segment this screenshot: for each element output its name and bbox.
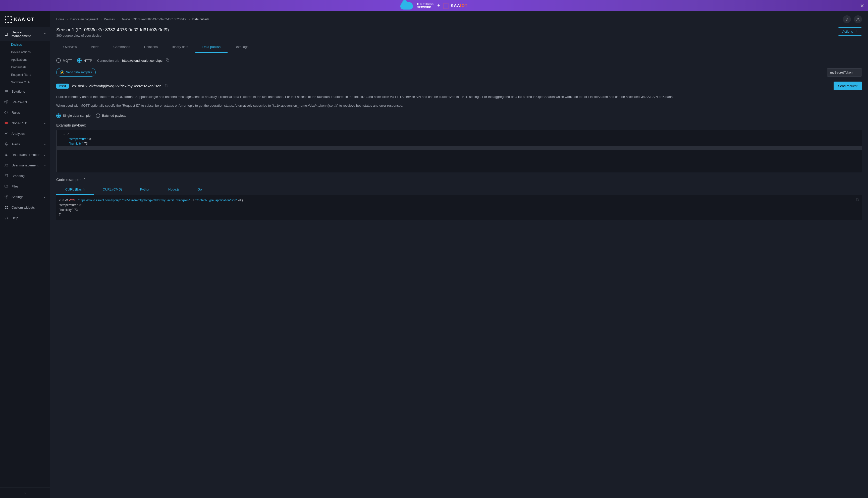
sidebar-item-applications[interactable]: Applications <box>0 56 50 64</box>
chevron-up-icon: ⌃ <box>43 32 46 36</box>
copy-icon[interactable] <box>855 198 859 203</box>
chevron-right-icon: › <box>67 17 68 21</box>
tab-overview[interactable]: Overview <box>56 41 84 53</box>
sidebar-item-devices[interactable]: Devices <box>0 41 50 49</box>
nav-label: Branding <box>12 174 25 178</box>
sidebar-nav: Device management ⌃ Devices Device actio… <box>0 27 50 487</box>
breadcrumb-home[interactable]: Home <box>56 17 64 21</box>
sidebar-item-data-transformation[interactable]: Data transformation ⌄ <box>0 149 50 160</box>
collapse-sidebar-button[interactable]: ‹ <box>0 487 50 498</box>
sidebar-item-software-ota[interactable]: Software OTA <box>0 79 50 86</box>
endpoint-path: kp1/bsil512ikfmmfgrjhvog-v2/dcx/mySecret… <box>72 84 161 88</box>
sidebar-item-rules[interactable]: Rules <box>0 107 50 118</box>
breadcrumb-dm[interactable]: Device management <box>70 17 98 21</box>
tab-binary-data[interactable]: Binary data <box>165 41 195 53</box>
actions-button[interactable]: Actions ⋮ <box>838 27 862 36</box>
copy-icon[interactable] <box>166 58 170 63</box>
breadcrumb-devices[interactable]: Devices <box>104 17 115 21</box>
subtab-curl-cmd[interactable]: CURL (CMD) <box>94 184 131 195</box>
radio-batched-payload[interactable]: Batched payload <box>96 114 127 118</box>
breadcrumb: Home › Device management › Devices › Dev… <box>56 17 209 21</box>
payload-mode-row: Single data sample Batched payload <box>56 114 862 118</box>
tab-commands[interactable]: Commands <box>106 41 137 53</box>
plus-icon: + <box>437 3 440 8</box>
nav-label: Custom widgets <box>12 206 35 209</box>
subtab-curl-bash[interactable]: CURL (Bash) <box>56 184 94 195</box>
sidebar-item-device-management[interactable]: Device management ⌃ <box>0 27 50 41</box>
code-language-tabs: CURL (Bash) CURL (CMD) Python Node.js Go <box>56 184 862 195</box>
curl-code-block: curl -X POST "https://cloud.kaaiot.com/k… <box>56 195 862 220</box>
antenna-icon <box>4 100 9 104</box>
sidebar-item-files[interactable]: Files <box>0 181 50 192</box>
conn-url-label: Connection url: <box>97 59 119 63</box>
radio-mqtt[interactable]: MQTT <box>56 58 72 63</box>
send-data-samples-button[interactable]: ⚡ Send data samples <box>56 68 96 77</box>
svg-point-6 <box>7 91 8 92</box>
radio-icon <box>56 114 61 118</box>
subtab-go[interactable]: Go <box>189 184 211 195</box>
bell-icon <box>4 142 9 146</box>
sidebar-item-solutions[interactable]: Solutions <box>0 86 50 97</box>
chevron-down-icon: ⌄ <box>43 142 46 146</box>
nav-label: Data transformation <box>12 153 40 157</box>
conn-url-value: https://cloud.kaaiot.com/kpc <box>122 59 162 63</box>
sidebar-item-endpoint-filters[interactable]: Endpoint filters <box>0 71 50 79</box>
subtab-nodejs[interactable]: Node.js <box>159 184 189 195</box>
sidebar: KAAIOT Device management ⌃ Devices Devic… <box>0 11 50 498</box>
svg-point-4 <box>5 91 6 92</box>
radio-label: MQTT <box>63 59 72 63</box>
sidebar-item-analytics[interactable]: Analytics <box>0 128 50 139</box>
protocol-row: MQTT HTTP Connection url: https://cloud.… <box>56 58 862 63</box>
sidebar-item-device-actions[interactable]: Device actions <box>0 49 50 56</box>
copy-icon[interactable] <box>165 83 169 89</box>
svg-rect-18 <box>167 59 169 61</box>
gear-icon <box>4 195 9 199</box>
sidebar-item-credentials[interactable]: Credentials <box>0 64 50 71</box>
app-logo[interactable]: KAAIOT <box>0 11 50 27</box>
folder-icon <box>4 184 9 188</box>
chevron-up-icon: ⌃ <box>83 178 86 182</box>
widgets-icon <box>4 205 9 210</box>
sidebar-item-branding[interactable]: Branding <box>0 170 50 181</box>
radio-http[interactable]: HTTP <box>77 58 92 63</box>
ttn-logo-text: THE THINGS NETWORK <box>417 2 433 9</box>
sidebar-item-settings[interactable]: Settings ⌄ <box>0 192 50 202</box>
payload-editor[interactable]: ⌄{ "temperature": 31, "humidity": 73 } <box>56 130 862 172</box>
kaa-logo: KAAIOT <box>443 3 467 9</box>
sidebar-item-help[interactable]: Help <box>0 213 50 223</box>
user-icon <box>856 17 860 21</box>
nav-label: Rules <box>12 111 20 115</box>
close-icon[interactable]: ✕ <box>860 3 864 9</box>
profile-button[interactable] <box>854 15 862 23</box>
connection-url: Connection url: https://cloud.kaaiot.com… <box>97 58 170 63</box>
sidebar-item-lorawan[interactable]: LoRaWAN <box>0 97 50 107</box>
svg-rect-9 <box>5 174 8 177</box>
sidebar-item-alerts[interactable]: Alerts ⌄ <box>0 139 50 149</box>
sidebar-item-node-red[interactable]: Node-RED ⌄ <box>0 118 50 128</box>
nav-label: Device management <box>12 30 40 38</box>
chevron-right-icon: › <box>117 17 118 21</box>
token-input[interactable] <box>827 68 862 77</box>
tab-alerts[interactable]: Alerts <box>84 41 106 53</box>
radio-single-sample[interactable]: Single data sample <box>56 114 91 118</box>
breadcrumb-current: Data publish <box>192 17 209 21</box>
page-header: Sensor 1 (ID: 0636cc7e-8382-4376-9a32-fd… <box>50 25 868 41</box>
tab-data-logs[interactable]: Data logs <box>228 41 256 53</box>
sidebar-item-custom-widgets[interactable]: Custom widgets <box>0 202 50 213</box>
subtab-python[interactable]: Python <box>131 184 159 195</box>
code-example-toggle[interactable]: Code example ⌃ <box>56 178 862 182</box>
sidebar-item-user-management[interactable]: User management ⌄ <box>0 160 50 170</box>
radio-label: HTTP <box>83 59 92 63</box>
breadcrumb-device[interactable]: Device 0636cc7e-8382-4376-9a32-fd61d02c0… <box>121 17 186 21</box>
tab-data-publish[interactable]: Data publish <box>195 41 228 53</box>
svg-rect-19 <box>166 85 168 87</box>
svg-point-3 <box>7 90 8 91</box>
tab-relations[interactable]: Relations <box>137 41 165 53</box>
send-request-button[interactable]: Send request <box>833 82 862 90</box>
chevron-down-icon: ⌄ <box>43 153 46 156</box>
radio-icon <box>56 58 61 63</box>
nav-label: User management <box>12 163 38 167</box>
page-title: Sensor 1 (ID: 0636cc7e-8382-4376-9a32-fd… <box>56 27 169 32</box>
svg-point-8 <box>5 164 6 165</box>
notifications-button[interactable] <box>843 15 851 23</box>
